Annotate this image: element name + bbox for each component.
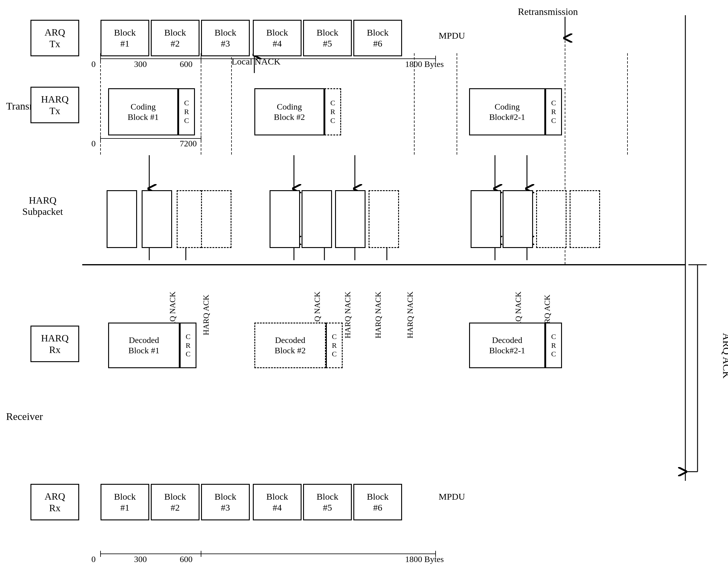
decoded-block1-box: DecodedBlock #1: [108, 323, 180, 368]
block6-top: Block#6: [353, 20, 402, 56]
harq-sub3-3: [536, 190, 567, 248]
scale-bot-1800: 1800 Bytes: [405, 554, 444, 564]
scale-bot-300: 300: [134, 554, 147, 564]
block4-bottom: Block#4: [253, 484, 302, 520]
block1-bottom: Block#1: [101, 484, 149, 520]
receiver-label: Receiver: [6, 411, 43, 422]
harq-nack4-label: HARQ NACK: [374, 292, 383, 338]
harq-sub3-4: [570, 190, 600, 248]
block2-top: Block#2: [151, 20, 200, 56]
harq-sub2-1: [269, 190, 300, 248]
harq-ack1-label: HARQ ACK: [202, 295, 211, 335]
coding-block2-1-box: CodingBlock#2-1: [469, 88, 545, 135]
crc-rx2-box: CRC: [326, 323, 343, 368]
crc1-box: CRC: [178, 88, 195, 135]
block2-bottom: Block#2: [151, 484, 200, 520]
arq-tx-box: ARQTx: [30, 20, 79, 56]
block6-bottom: Block#6: [353, 484, 402, 520]
diagram-container: Transmitter Receiver Retransmission Loca…: [0, 0, 728, 580]
decoded-block2-1-box: DecodedBlock#2-1: [469, 323, 545, 368]
harq-sub2-3: [335, 190, 366, 248]
scale-top-300: 300: [134, 59, 147, 69]
harq-sub3-2: [502, 190, 533, 248]
harq-sub1-4: [201, 190, 232, 248]
coding-block1-box: CodingBlock #1: [108, 88, 178, 135]
decoded-block2-box: DecodedBlock #2: [254, 323, 326, 368]
scale-harq-0: 0: [92, 139, 96, 148]
crc-rx3-box: CRC: [545, 323, 562, 368]
harq-tx-box: HARQTx: [30, 87, 79, 123]
mpdu-top-label: MPDU: [439, 30, 465, 41]
scale-harq-7200: 7200: [180, 139, 197, 148]
harq-sub1-2: [141, 190, 172, 248]
scale-top-0: 0: [92, 59, 96, 69]
harq-nack3-label: HARQ NACK: [343, 292, 353, 338]
crc-rx1-box: CRC: [180, 323, 197, 368]
scale-top-600: 600: [180, 59, 192, 69]
scale-bot-0: 0: [92, 554, 96, 564]
harq-rx-box: HARQRx: [30, 326, 79, 362]
arq-rx-box: ARQRx: [30, 484, 79, 520]
harq-nack5-label: HARQ NACK: [406, 292, 415, 338]
scale-bot-600: 600: [180, 554, 192, 564]
local-nack-label: Local NACK: [232, 56, 281, 67]
block3-top: Block#3: [201, 20, 250, 56]
harq-sub1-1: [107, 190, 137, 248]
arq-ack-label: ARQ ACK: [721, 333, 728, 379]
block5-bottom: Block#5: [303, 484, 352, 520]
block4-top: Block#4: [253, 20, 302, 56]
scale-top-1800: 1800 Bytes: [405, 59, 444, 69]
crc2-box: CRC: [324, 88, 341, 135]
block3-bottom: Block#3: [201, 484, 250, 520]
crc3-box: CRC: [545, 88, 562, 135]
harq-sub3-1: [471, 190, 501, 248]
harq-sub2-4: [369, 190, 399, 248]
coding-block2-box: CodingBlock #2: [254, 88, 324, 135]
retransmission-label: Retransmission: [518, 6, 578, 17]
harq-subpacket-label: HARQSubpacket: [9, 195, 76, 217]
harq-sub2-2: [302, 190, 332, 248]
block1-top: Block#1: [101, 20, 149, 56]
mpdu-bottom-label: MPDU: [439, 492, 465, 502]
block5-top: Block#5: [303, 20, 352, 56]
